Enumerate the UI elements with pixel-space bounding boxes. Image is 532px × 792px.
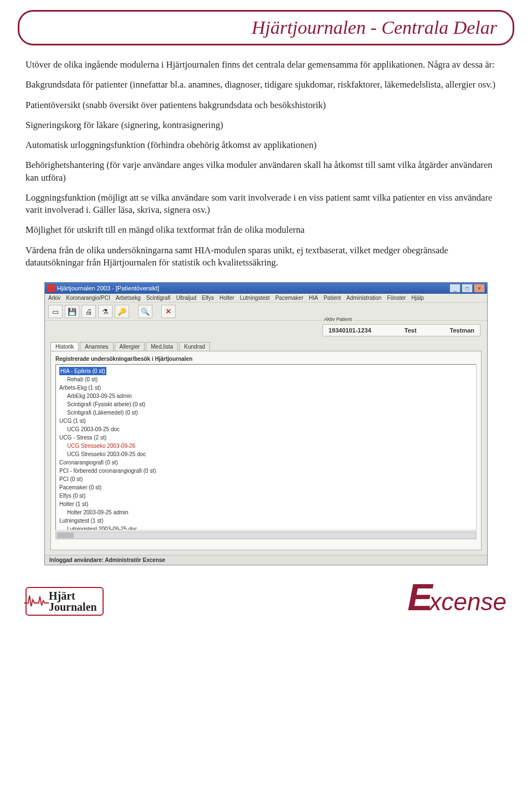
menu-item[interactable]: Arkiv — [48, 295, 60, 301]
document-body: Utöver de olika ingående modulerna i Hjä… — [25, 59, 507, 269]
tab-allergier[interactable]: Allergier — [115, 342, 145, 351]
paragraph: Värdena från de olika undersökningarna s… — [25, 244, 507, 269]
exam-tree[interactable]: HIA - Epikris (0 st)Rehab (0 st)Arbets-E… — [55, 364, 477, 530]
page-banner: Hjärtjournalen - Centrala Delar — [18, 10, 514, 45]
tree-row[interactable]: PCI - förberedd coronarangiografi (0 st) — [59, 467, 473, 475]
tree-row[interactable]: ArbEkg 2003-09-25 admin — [59, 392, 473, 400]
menu-item[interactable]: HIA — [309, 295, 318, 301]
tree-row[interactable]: Rehab (0 st) — [59, 375, 473, 384]
tree-row[interactable]: UCG - Stress (2 st) — [59, 433, 473, 442]
history-panel: Registrerade undersökningar/besök i Hjär… — [50, 351, 482, 550]
window-title: Hjärtjournalen 2003 - [Patientöversikt] — [57, 285, 159, 292]
paragraph: Signeringskorg för läkare (signering, ko… — [25, 119, 507, 131]
hjartjournalen-logo: Hjärt Journalen — [25, 587, 104, 616]
search-icon[interactable]: 🔍 — [138, 305, 152, 318]
save-icon[interactable]: 💾 — [65, 305, 79, 318]
tree-row[interactable]: Arbets-Ekg (1 st) — [59, 384, 473, 392]
tree-row[interactable]: UCG Stresseko 2003-09-26 — [59, 442, 473, 450]
paragraph: Behörighetshantering (för varje användar… — [25, 159, 507, 184]
excense-text: xcense — [429, 588, 507, 616]
menu-item[interactable]: Hjälp — [411, 295, 424, 301]
active-patient-label: Aktiv Patient — [323, 316, 354, 322]
tree-row[interactable]: Scintigrafi (Fysiskt arbete) (0 st) — [59, 400, 473, 408]
close-button[interactable]: × — [474, 284, 485, 293]
tab-historik[interactable]: Historik — [50, 342, 79, 351]
banner-title: Hjärtjournalen - Centrala Delar — [35, 17, 497, 38]
tab-medlista[interactable]: Med.lista — [146, 342, 178, 351]
excense-logo: E xcense — [407, 582, 507, 616]
menu-item[interactable]: Pacemaker — [275, 295, 304, 301]
menu-item[interactable]: Ultraljud — [176, 295, 197, 301]
menu-item[interactable]: Koronarangio/PCI — [66, 295, 110, 301]
menu-item[interactable]: Arbetsekg — [116, 295, 141, 301]
tool-icon[interactable]: ⚗ — [98, 305, 112, 318]
tree-row[interactable]: UCG 2003-09-25 doc — [59, 425, 473, 433]
paragraph: Automatisk urloggningsfunktion (förhindr… — [25, 139, 507, 151]
menu-item[interactable]: Elfys — [202, 295, 214, 301]
print-icon[interactable]: 🖨 — [81, 305, 96, 318]
paragraph: Loggningsfunktion (möjligt att se vilka … — [25, 192, 507, 217]
toolbar: ▭ 💾 🖨 ⚗ 🔑 🔍 × — [45, 303, 487, 321]
logo-line1: Hjärt — [49, 590, 75, 602]
statusbar: Inloggad användare: Administratör Excens… — [45, 555, 487, 565]
app-screenshot: Hjärtjournalen 2003 - [Patientöversikt] … — [44, 282, 488, 565]
tree-row[interactable]: Lutningstest (1 st) — [59, 517, 473, 525]
tree-row[interactable]: UCG Stresseko 2003-09-25 doc — [59, 450, 473, 458]
tabs: Historik Anamnes Allergier Med.lista Kun… — [45, 342, 487, 351]
window-titlebar: Hjärtjournalen 2003 - [Patientöversikt] … — [45, 283, 487, 294]
panel-title: Registrerade undersökningar/besök i Hjär… — [55, 356, 477, 362]
footer: Hjärt Journalen E xcense — [25, 582, 507, 616]
menu-item[interactable]: Administration — [346, 295, 381, 301]
maximize-button[interactable]: □ — [462, 284, 473, 293]
logo-line2: Journalen — [49, 601, 97, 613]
tree-row[interactable]: Elfys (0 st) — [59, 492, 473, 500]
paragraph: Bakgrundsdata för patienter (innefattar … — [25, 79, 507, 91]
tool-icon[interactable]: 🔑 — [115, 305, 129, 318]
tree-row[interactable]: Scintigrafi (Läkemedel) (0 st) — [59, 408, 473, 417]
menu-item[interactable]: Scintigrafi — [146, 295, 171, 301]
ecg-wave-icon — [23, 591, 50, 608]
tree-row[interactable]: UCG (1 st) — [59, 417, 473, 425]
paragraph: Utöver de olika ingående modulerna i Hjä… — [25, 59, 507, 71]
menu-item[interactable]: Fönster — [387, 295, 406, 301]
tree-row[interactable]: Coronarangiografi (0 st) — [59, 458, 473, 467]
menu-item[interactable]: Holter — [219, 295, 234, 301]
tree-row[interactable]: Holter 2003-09-25 admin — [59, 508, 473, 517]
new-icon[interactable]: ▭ — [48, 305, 63, 318]
menu-item[interactable]: Patient — [324, 295, 341, 301]
menu-item[interactable]: Lutningstest — [240, 295, 270, 301]
menubar: Arkiv Koronarangio/PCI Arbetsekg Scintig… — [45, 294, 487, 303]
tree-row[interactable]: HIA - Epikris (0 st) — [59, 367, 106, 375]
horizontal-scrollbar[interactable] — [55, 532, 477, 539]
minimize-button[interactable]: _ — [449, 284, 461, 293]
active-patient-box: 19340101-1234 Test Testman — [323, 324, 480, 336]
app-icon — [47, 284, 55, 292]
tab-kundrad[interactable]: Kundrad — [179, 342, 210, 351]
tab-anamnes[interactable]: Anamnes — [80, 342, 113, 351]
tree-row[interactable]: Lutningstest 2003-09-25 doc — [59, 525, 473, 530]
patient-info-strip: Aktiv Patient 19340101-1234 Test Testman — [45, 321, 487, 340]
patient-last: Testman — [450, 327, 474, 334]
tree-row[interactable]: Holter (1 st) — [59, 500, 473, 508]
paragraph: Patientöversikt (snabb översikt över pat… — [25, 99, 507, 111]
tree-row[interactable]: Pacemaker (0 st) — [59, 483, 473, 492]
patient-id: 19340101-1234 — [329, 327, 371, 334]
delete-icon[interactable]: × — [161, 305, 176, 318]
paragraph: Möjlighet för utskrift till en mängd oli… — [25, 224, 507, 236]
patient-first: Test — [405, 327, 417, 334]
tree-row[interactable]: PCI (0 st) — [59, 475, 473, 483]
